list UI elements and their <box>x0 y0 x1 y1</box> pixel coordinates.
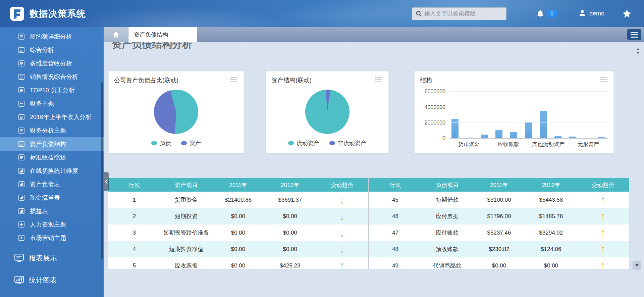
table-cell: 48 <box>369 241 421 257</box>
sidebar-item-5[interactable]: TOP10 员工分析 <box>0 84 104 97</box>
search-input[interactable] <box>424 10 503 17</box>
legend-item[interactable]: 负债 <box>151 139 171 147</box>
trend-up-arrow-icon: ↑ <box>601 243 605 255</box>
column-header: 负债项目 <box>421 178 473 192</box>
table-row[interactable]: 48预收账款$230.82$124.06↑ <box>369 241 629 257</box>
x-axis: 货币资金应收账款其他流动资产无形资产 <box>449 141 608 148</box>
sidebar-item-18[interactable]: 统计图表 <box>0 271 104 289</box>
y-axis: 0200000040000006000000 <box>420 92 449 139</box>
sidebar-item-label: 在线切换统计维度 <box>30 167 78 175</box>
table-row[interactable]: 47应付账款$5237.46$3294.92↑ <box>369 225 629 241</box>
bar[interactable] <box>481 135 488 138</box>
notification-badge: 0 <box>547 10 557 17</box>
sidebar-item-12[interactable]: 资产负债表 <box>0 178 104 191</box>
table-row[interactable]: 1货币资金$21409.86$3691.37↓ <box>108 192 368 208</box>
pie-chart[interactable] <box>305 90 350 134</box>
data-table-section: 行次资产项目2011年2012年变动趋势 1货币资金$21409.86$3691… <box>108 178 629 269</box>
bar[interactable] <box>540 111 547 138</box>
legend-item[interactable]: 流动资产 <box>288 139 319 147</box>
sidebar-item-label: 2016年上半年收入分析 <box>30 113 92 121</box>
notifications[interactable]: 0 <box>536 9 557 18</box>
bar[interactable] <box>495 130 502 138</box>
table-row[interactable]: 3短期投资跌价准备$0.00$0.00↓ <box>108 225 368 241</box>
user-menu[interactable]: demo <box>578 9 604 18</box>
sidebar-collapse-handle[interactable] <box>104 172 109 191</box>
sidebar-item-9[interactable]: 资产负债结构 <box>0 137 104 151</box>
sidebar-item-15[interactable]: 人力资源主题 <box>0 218 104 231</box>
table-row[interactable]: 2短期投资$0.00$0.00↓ <box>108 208 368 225</box>
favorite-star-icon[interactable] <box>622 9 632 19</box>
sidebar-item-label: 资产负债表 <box>30 180 60 188</box>
trend-down-arrow-icon: ↓ <box>340 194 344 206</box>
x-category-label: 应收账款 <box>489 141 529 148</box>
sidebar-item-4[interactable]: 销售情况综合分析 <box>0 70 104 84</box>
table-cell: $0.00 <box>212 257 264 269</box>
home-tab[interactable] <box>104 27 128 42</box>
gridline <box>449 122 608 123</box>
trend-cell: ↓ <box>316 208 368 225</box>
user-name: demo <box>589 10 604 17</box>
tab-list-menu-button[interactable] <box>627 29 641 40</box>
app-logo-icon[interactable] <box>10 7 24 21</box>
bell-icon[interactable] <box>536 9 545 18</box>
trend-up-arrow-icon: ↑ <box>601 227 605 239</box>
chart-menu-icon[interactable] <box>230 78 237 82</box>
table-cell: $0.00 <box>473 257 525 269</box>
main-content: 资产负债结构分析 公司资产负债占比(联动) 负债资产 资产结构(联动) 流动资产… <box>104 42 644 297</box>
legend-item[interactable]: 资产 <box>181 139 201 147</box>
bar[interactable] <box>510 132 517 138</box>
sidebar-scrollbar-thumb[interactable] <box>101 82 103 259</box>
sidebar-item-3[interactable]: 多维度营收分析 <box>0 57 104 70</box>
bar[interactable] <box>598 137 605 138</box>
sidebar-item-11[interactable]: 在线切换统计维度 <box>0 164 104 178</box>
sidebar-item-13[interactable]: 现金流量表 <box>0 191 104 204</box>
column-header: 变动趋势 <box>316 178 368 192</box>
chart-icon <box>18 207 25 215</box>
bar[interactable] <box>525 122 532 138</box>
scroll-up-down-icon[interactable] <box>635 47 641 55</box>
bar[interactable] <box>466 138 473 138</box>
sidebar-item-14[interactable]: 损益表 <box>0 204 104 218</box>
table-row[interactable]: 46应付票据$1796.00$1485.78↑ <box>369 208 629 225</box>
sidebar-item-label: 财务主题 <box>30 100 54 108</box>
sidebar-item-label: 多维度营收分析 <box>30 59 72 67</box>
bar[interactable] <box>554 136 561 138</box>
table-cell: 47 <box>369 225 421 241</box>
chart-menu-icon[interactable] <box>375 78 382 82</box>
bar[interactable] <box>569 137 576 138</box>
table-cell: $0.00 <box>212 208 264 225</box>
sidebar-item-6[interactable]: 财务主题 <box>0 97 104 110</box>
sidebar-item-7[interactable]: 2016年上半年收入分析 <box>0 110 104 124</box>
table-row[interactable]: 5应收票据$0.00$425.23↑ <box>108 257 368 269</box>
bar[interactable] <box>584 138 591 138</box>
table-cell: 5 <box>108 257 160 269</box>
sidebar-item-1[interactable]: 签约额详细分析 <box>0 30 104 43</box>
sidebar-item-label: 现金流量表 <box>30 194 60 202</box>
trend-cell: ↑ <box>577 192 629 208</box>
table-cell: 46 <box>369 208 421 225</box>
sidebar-item-17[interactable]: 报表展示 <box>0 249 104 267</box>
sidebar-item-16[interactable]: 市场营销主题 <box>0 231 104 245</box>
scroll-down-arrow[interactable] <box>633 261 641 269</box>
sidebar-item-10[interactable]: 标准收益综述 <box>0 151 104 164</box>
sidebar-item-2[interactable]: 综合分析 <box>0 43 104 57</box>
table-cell: $5443.58 <box>525 192 577 208</box>
table-row[interactable]: 49代销商品款$0.00$0.00↑ <box>369 257 629 269</box>
table-row[interactable]: 45短期借款$3100.00$5443.58↑ <box>369 192 629 208</box>
search-box[interactable] <box>412 7 506 20</box>
chart-menu-icon[interactable] <box>600 78 607 82</box>
pie-chart[interactable] <box>154 90 198 134</box>
sidebar-item-label: 标准收益综述 <box>30 153 66 161</box>
chart-legend: 流动资产非流动资产 <box>271 139 383 147</box>
sidebar: 签约额详细分析综合分析多维度营收分析销售情况综合分析TOP10 员工分析财务主题… <box>0 27 104 297</box>
sidebar-item-8[interactable]: 财务分析主题 <box>0 124 104 137</box>
table-cell: 4 <box>108 241 160 257</box>
legend-item[interactable]: 非流动资产 <box>329 139 366 147</box>
sidebar-item-label: 报表展示 <box>29 253 57 263</box>
trend-cell: ↑ <box>577 257 629 269</box>
tab-asset-liability-structure[interactable]: 资产负债结构 <box>128 27 197 42</box>
table-row[interactable]: 4短期投资净值$0.00$0.00↓ <box>108 241 368 257</box>
column-header: 2012年 <box>264 178 316 192</box>
table-cell: 2 <box>108 208 160 225</box>
plot-area <box>449 92 608 139</box>
